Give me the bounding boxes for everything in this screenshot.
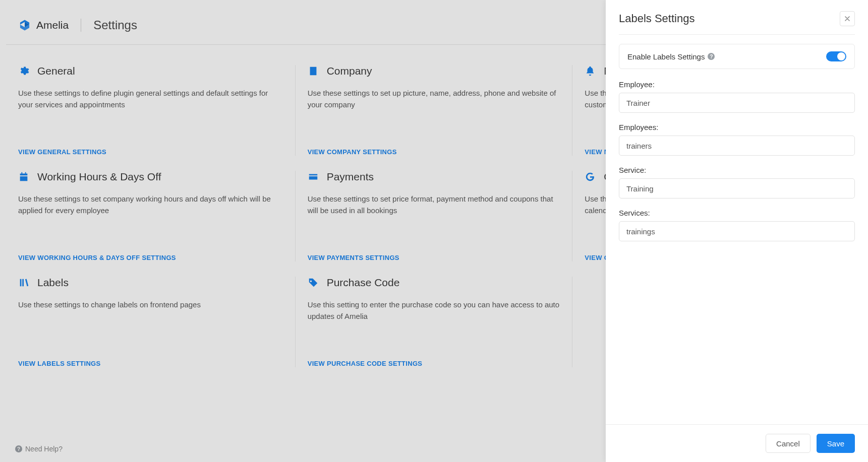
enable-labels-toggle[interactable] [826, 51, 846, 61]
field-input[interactable] [619, 221, 855, 241]
labels-settings-drawer: Labels Settings Enable Labels Settings ?… [606, 0, 868, 462]
field-input[interactable] [619, 178, 855, 199]
drawer-fields: Employee:Employees:Service:Services: [619, 80, 855, 241]
field-label: Employee: [619, 80, 855, 89]
enable-labels-text: Enable Labels Settings [627, 52, 705, 61]
form-group: Service: [619, 166, 855, 199]
field-label: Services: [619, 209, 855, 217]
drawer-body: Labels Settings Enable Labels Settings ?… [606, 0, 868, 424]
close-icon [845, 16, 850, 21]
drawer-footer: Cancel Save [606, 424, 868, 462]
form-group: Employees: [619, 123, 855, 156]
drawer-head: Labels Settings [619, 11, 855, 35]
close-button[interactable] [840, 11, 855, 26]
enable-labels-label: Enable Labels Settings ? [627, 52, 715, 61]
form-group: Services: [619, 209, 855, 241]
field-input[interactable] [619, 93, 855, 113]
cancel-button[interactable]: Cancel [766, 434, 811, 453]
field-label: Employees: [619, 123, 855, 131]
save-button[interactable]: Save [817, 434, 855, 453]
form-group: Employee: [619, 80, 855, 113]
enable-labels-row: Enable Labels Settings ? [619, 44, 855, 69]
drawer-title: Labels Settings [619, 12, 695, 25]
field-input[interactable] [619, 136, 855, 156]
help-icon[interactable]: ? [708, 53, 715, 60]
field-label: Service: [619, 166, 855, 174]
